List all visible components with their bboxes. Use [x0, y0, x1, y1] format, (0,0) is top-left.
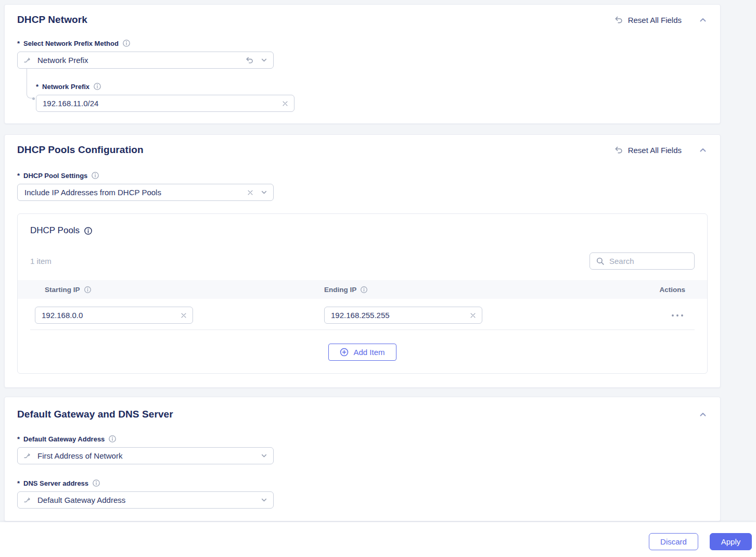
chevron-up-icon[interactable] [698, 15, 708, 24]
chevron-up-icon[interactable] [698, 145, 708, 155]
reset-all-fields-button[interactable]: Reset All Fields [614, 15, 682, 24]
table-row [30, 299, 695, 330]
clear-icon[interactable] [247, 189, 254, 196]
reset-icon [614, 145, 623, 155]
prefix-method-select[interactable]: Network Prefix [17, 52, 274, 69]
branch-icon [23, 496, 32, 504]
reset-all-fields-label: Reset All Fields [628, 146, 682, 155]
required-mark: * [17, 172, 20, 180]
dhcp-pools-config-card: DHCP Pools Configuration Reset All Field… [4, 134, 721, 388]
col-ending-ip: Ending IP [324, 286, 356, 294]
pools-table-header: Starting IP Ending IP Actions [18, 280, 707, 299]
info-icon[interactable] [93, 82, 101, 91]
clear-icon[interactable] [180, 312, 187, 319]
search-icon [596, 257, 605, 265]
row-actions-menu-icon[interactable] [671, 313, 684, 318]
dhcp-pools-panel: DHCP Pools 1 item Starting IP E [17, 213, 708, 374]
reset-all-fields-label: Reset All Fields [628, 16, 682, 24]
add-item-button[interactable]: Add Item [328, 344, 396, 361]
info-icon[interactable] [84, 226, 93, 235]
chevron-down-icon[interactable] [260, 452, 268, 460]
prefix-method-label: Select Network Prefix Method [23, 40, 119, 47]
pool-settings-value: Include IP Addresses from DHCP Pools [24, 188, 241, 197]
nested-field-connector [27, 69, 33, 98]
item-count: 1 item [30, 257, 52, 265]
dns-server-label: DNS Server address [23, 479, 88, 487]
prefix-method-value: Network Prefix [37, 56, 239, 65]
chevron-down-icon[interactable] [260, 56, 268, 64]
reset-field-icon[interactable] [245, 56, 254, 65]
starting-ip-input[interactable] [42, 311, 180, 320]
reset-icon [614, 15, 623, 24]
info-icon[interactable] [360, 286, 368, 294]
gateway-dns-title: Default Gateway and DNS Server [17, 409, 173, 420]
branch-icon [23, 452, 32, 460]
dhcp-network-title: DHCP Network [17, 14, 87, 26]
dhcp-pools-config-title: DHCP Pools Configuration [17, 144, 144, 156]
network-prefix-label: Network Prefix [42, 83, 89, 91]
info-icon[interactable] [92, 479, 100, 487]
gateway-dns-card: Default Gateway and DNS Server * Default… [4, 397, 721, 522]
col-actions: Actions [659, 286, 685, 294]
required-mark: * [36, 83, 39, 91]
required-mark: * [17, 479, 20, 487]
dhcp-pools-title: DHCP Pools [30, 225, 80, 236]
action-bar: Discard Apply [0, 522, 756, 557]
required-mark: * [17, 435, 20, 443]
apply-button[interactable]: Apply [710, 533, 752, 550]
clear-icon[interactable] [281, 100, 289, 107]
info-icon[interactable] [108, 435, 117, 443]
info-icon[interactable] [122, 39, 131, 47]
add-item-label: Add Item [353, 348, 385, 357]
search-input[interactable] [609, 257, 689, 265]
network-prefix-input[interactable] [43, 99, 281, 108]
clear-icon[interactable] [469, 312, 477, 319]
dhcp-network-card: DHCP Network Reset All Fields * Select N… [4, 4, 721, 124]
col-starting-ip: Starting IP [45, 286, 80, 294]
info-icon[interactable] [84, 286, 92, 294]
ending-ip-input[interactable] [331, 311, 469, 320]
plus-circle-icon [340, 348, 349, 357]
dns-server-select[interactable]: Default Gateway Address [17, 491, 274, 509]
chevron-up-icon[interactable] [698, 410, 708, 419]
search-box[interactable] [590, 252, 695, 270]
default-gateway-value: First Address of Network [37, 451, 254, 460]
reset-all-fields-button[interactable]: Reset All Fields [614, 145, 682, 155]
info-icon[interactable] [91, 171, 99, 180]
default-gateway-label: Default Gateway Address [23, 435, 105, 443]
branch-icon [23, 56, 32, 65]
pool-settings-select[interactable]: Include IP Addresses from DHCP Pools [17, 184, 274, 201]
required-mark: * [17, 40, 20, 47]
chevron-down-icon[interactable] [260, 496, 268, 504]
pool-settings-label: DHCP Pool Settings [23, 172, 87, 180]
default-gateway-select[interactable]: First Address of Network [17, 447, 274, 464]
dns-server-value: Default Gateway Address [37, 496, 254, 504]
chevron-down-icon[interactable] [260, 188, 268, 196]
discard-button[interactable]: Discard [649, 533, 698, 550]
